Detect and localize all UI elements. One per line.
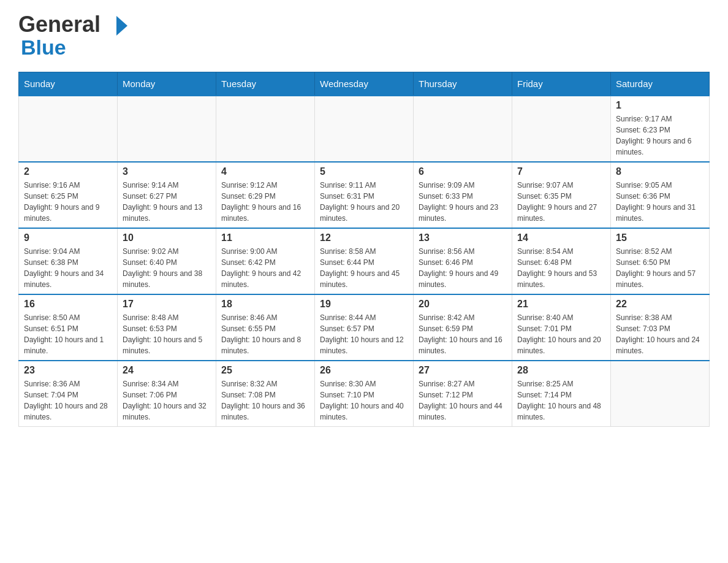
calendar-cell <box>512 96 611 162</box>
logo-blue-text: Blue <box>21 36 66 59</box>
calendar-cell: 9Sunrise: 9:04 AMSunset: 6:38 PMDaylight… <box>19 228 118 294</box>
calendar-cell <box>414 96 512 162</box>
day-number: 1 <box>616 100 704 111</box>
day-number: 8 <box>616 166 704 177</box>
calendar-week-4: 16Sunrise: 8:50 AMSunset: 6:51 PMDayligh… <box>19 294 710 361</box>
day-info: Sunrise: 9:05 AMSunset: 6:36 PMDaylight:… <box>616 180 704 224</box>
day-number: 4 <box>221 166 309 177</box>
day-number: 19 <box>320 299 408 310</box>
day-info: Sunrise: 9:00 AMSunset: 6:42 PMDaylight:… <box>221 246 309 290</box>
day-info: Sunrise: 9:11 AMSunset: 6:31 PMDaylight:… <box>320 180 408 224</box>
day-number: 10 <box>123 232 211 243</box>
day-number: 3 <box>123 166 211 177</box>
calendar-cell: 20Sunrise: 8:42 AMSunset: 6:59 PMDayligh… <box>414 294 512 361</box>
day-number: 14 <box>517 232 605 243</box>
day-info: Sunrise: 9:17 AMSunset: 6:23 PMDaylight:… <box>616 113 704 158</box>
day-header-friday: Friday <box>512 72 611 96</box>
day-number: 6 <box>419 166 507 177</box>
day-info: Sunrise: 8:48 AMSunset: 6:53 PMDaylight:… <box>123 312 211 356</box>
calendar-week-3: 9Sunrise: 9:04 AMSunset: 6:38 PMDaylight… <box>19 228 710 294</box>
calendar-cell: 12Sunrise: 8:58 AMSunset: 6:44 PMDayligh… <box>315 228 414 294</box>
day-info: Sunrise: 8:36 AMSunset: 7:04 PMDaylight:… <box>24 378 112 423</box>
page-header: GeneralBlue <box>18 12 710 59</box>
day-info: Sunrise: 8:50 AMSunset: 6:51 PMDaylight:… <box>24 312 112 356</box>
day-number: 21 <box>517 299 605 310</box>
day-info: Sunrise: 8:46 AMSunset: 6:55 PMDaylight:… <box>221 312 309 356</box>
calendar-cell: 25Sunrise: 8:32 AMSunset: 7:08 PMDayligh… <box>216 361 315 427</box>
calendar-cell: 5Sunrise: 9:11 AMSunset: 6:31 PMDaylight… <box>315 162 414 228</box>
calendar-cell: 7Sunrise: 9:07 AMSunset: 6:35 PMDaylight… <box>512 162 611 228</box>
day-header-wednesday: Wednesday <box>315 72 414 96</box>
day-info: Sunrise: 9:16 AMSunset: 6:25 PMDaylight:… <box>24 180 112 224</box>
calendar-cell: 13Sunrise: 8:56 AMSunset: 6:46 PMDayligh… <box>414 228 512 294</box>
day-info: Sunrise: 8:42 AMSunset: 6:59 PMDaylight:… <box>419 312 507 356</box>
day-number: 15 <box>616 232 704 243</box>
calendar-cell <box>315 96 414 162</box>
day-info: Sunrise: 8:58 AMSunset: 6:44 PMDaylight:… <box>320 246 408 290</box>
calendar-cell: 3Sunrise: 9:14 AMSunset: 6:27 PMDaylight… <box>118 162 216 228</box>
svg-marker-1 <box>116 16 127 36</box>
calendar-cell: 14Sunrise: 8:54 AMSunset: 6:48 PMDayligh… <box>512 228 611 294</box>
day-info: Sunrise: 9:02 AMSunset: 6:40 PMDaylight:… <box>123 246 211 290</box>
days-of-week-row: SundayMondayTuesdayWednesdayThursdayFrid… <box>19 72 710 96</box>
calendar-cell: 10Sunrise: 9:02 AMSunset: 6:40 PMDayligh… <box>118 228 216 294</box>
calendar-cell: 24Sunrise: 8:34 AMSunset: 7:06 PMDayligh… <box>118 361 216 427</box>
day-number: 13 <box>419 232 507 243</box>
calendar-cell: 6Sunrise: 9:09 AMSunset: 6:33 PMDaylight… <box>414 162 512 228</box>
day-number: 17 <box>123 299 211 310</box>
day-number: 28 <box>517 365 605 376</box>
calendar-week-5: 23Sunrise: 8:36 AMSunset: 7:04 PMDayligh… <box>19 361 710 427</box>
day-number: 18 <box>221 299 309 310</box>
day-header-thursday: Thursday <box>414 72 512 96</box>
day-info: Sunrise: 9:12 AMSunset: 6:29 PMDaylight:… <box>221 180 309 224</box>
day-number: 25 <box>221 365 309 376</box>
calendar-cell <box>216 96 315 162</box>
calendar-cell <box>118 96 216 162</box>
day-info: Sunrise: 9:07 AMSunset: 6:35 PMDaylight:… <box>517 180 605 224</box>
day-info: Sunrise: 9:14 AMSunset: 6:27 PMDaylight:… <box>123 180 211 224</box>
calendar-cell: 16Sunrise: 8:50 AMSunset: 6:51 PMDayligh… <box>19 294 118 361</box>
calendar-header: SundayMondayTuesdayWednesdayThursdayFrid… <box>19 72 710 96</box>
calendar-body: 1Sunrise: 9:17 AMSunset: 6:23 PMDaylight… <box>19 96 710 427</box>
day-header-monday: Monday <box>118 72 216 96</box>
day-number: 11 <box>221 232 309 243</box>
day-number: 12 <box>320 232 408 243</box>
day-number: 27 <box>419 365 507 376</box>
day-info: Sunrise: 8:40 AMSunset: 7:01 PMDaylight:… <box>517 312 605 356</box>
day-info: Sunrise: 8:30 AMSunset: 7:10 PMDaylight:… <box>320 378 408 423</box>
day-number: 24 <box>123 365 211 376</box>
calendar-cell: 2Sunrise: 9:16 AMSunset: 6:25 PMDaylight… <box>19 162 118 228</box>
calendar-cell: 26Sunrise: 8:30 AMSunset: 7:10 PMDayligh… <box>315 361 414 427</box>
day-number: 23 <box>24 365 112 376</box>
logo: GeneralBlue <box>18 12 129 59</box>
calendar-cell: 21Sunrise: 8:40 AMSunset: 7:01 PMDayligh… <box>512 294 611 361</box>
calendar-cell: 22Sunrise: 8:38 AMSunset: 7:03 PMDayligh… <box>611 294 710 361</box>
day-number: 2 <box>24 166 112 177</box>
calendar-cell: 18Sunrise: 8:46 AMSunset: 6:55 PMDayligh… <box>216 294 315 361</box>
calendar-cell: 1Sunrise: 9:17 AMSunset: 6:23 PMDaylight… <box>611 96 710 162</box>
calendar-cell: 11Sunrise: 9:00 AMSunset: 6:42 PMDayligh… <box>216 228 315 294</box>
calendar-cell: 27Sunrise: 8:27 AMSunset: 7:12 PMDayligh… <box>414 361 512 427</box>
calendar-cell: 19Sunrise: 8:44 AMSunset: 6:57 PMDayligh… <box>315 294 414 361</box>
day-header-sunday: Sunday <box>19 72 118 96</box>
day-info: Sunrise: 8:27 AMSunset: 7:12 PMDaylight:… <box>419 378 507 423</box>
day-info: Sunrise: 8:34 AMSunset: 7:06 PMDaylight:… <box>123 378 211 423</box>
day-number: 7 <box>517 166 605 177</box>
day-info: Sunrise: 8:52 AMSunset: 6:50 PMDaylight:… <box>616 246 704 290</box>
day-info: Sunrise: 8:56 AMSunset: 6:46 PMDaylight:… <box>419 246 507 290</box>
calendar-cell: 4Sunrise: 9:12 AMSunset: 6:29 PMDaylight… <box>216 162 315 228</box>
day-header-tuesday: Tuesday <box>216 72 315 96</box>
calendar-week-2: 2Sunrise: 9:16 AMSunset: 6:25 PMDaylight… <box>19 162 710 228</box>
day-number: 20 <box>419 299 507 310</box>
day-info: Sunrise: 9:09 AMSunset: 6:33 PMDaylight:… <box>419 180 507 224</box>
day-info: Sunrise: 9:04 AMSunset: 6:38 PMDaylight:… <box>24 246 112 290</box>
day-number: 5 <box>320 166 408 177</box>
day-info: Sunrise: 8:32 AMSunset: 7:08 PMDaylight:… <box>221 378 309 423</box>
calendar-week-1: 1Sunrise: 9:17 AMSunset: 6:23 PMDaylight… <box>19 96 710 162</box>
calendar-table: SundayMondayTuesdayWednesdayThursdayFrid… <box>18 72 710 427</box>
calendar-cell: 23Sunrise: 8:36 AMSunset: 7:04 PMDayligh… <box>19 361 118 427</box>
calendar-cell: 15Sunrise: 8:52 AMSunset: 6:50 PMDayligh… <box>611 228 710 294</box>
day-number: 16 <box>24 299 112 310</box>
calendar-cell: 8Sunrise: 9:05 AMSunset: 6:36 PMDaylight… <box>611 162 710 228</box>
day-number: 9 <box>24 232 112 243</box>
